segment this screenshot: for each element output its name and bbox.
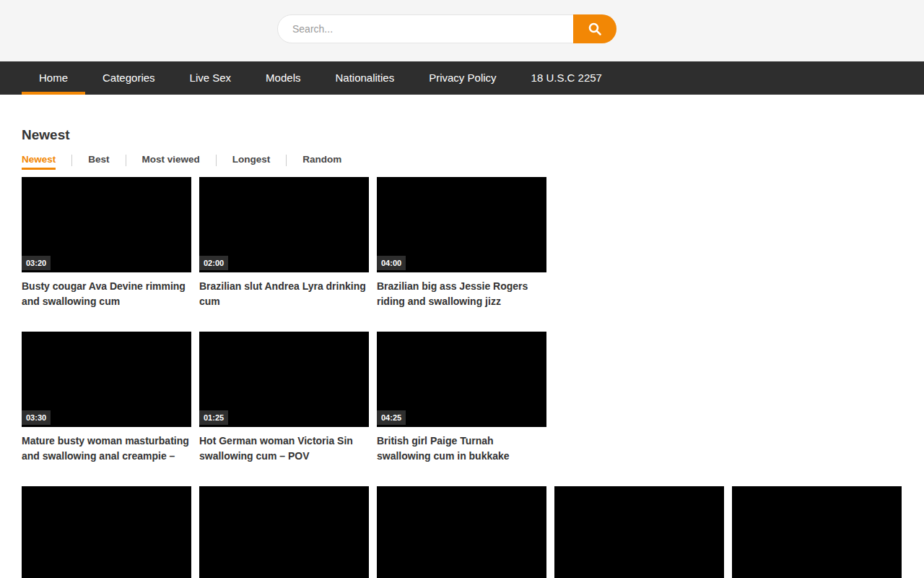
video-thumbnail[interactable]: 03:20: [22, 177, 191, 272]
video-title[interactable]: British girl Paige Turnah swallowing cum…: [377, 434, 546, 464]
nav-list: Home Categories Live Sex Models National…: [22, 61, 924, 95]
video-thumbnail[interactable]: 02:00: [199, 177, 369, 272]
video-thumbnail[interactable]: [732, 486, 902, 578]
duration-badge: 01:25: [199, 410, 228, 425]
duration-badge: 03:20: [22, 256, 51, 270]
main-navigation: Home Categories Live Sex Models National…: [0, 61, 924, 95]
video-thumbnail[interactable]: 01:25: [199, 332, 369, 427]
magnifier-icon: [587, 21, 603, 37]
nav-item-live-sex[interactable]: Live Sex: [173, 61, 249, 95]
video-card: 02:00 Brazilian slut Andrea Lyra drinkin…: [199, 177, 369, 309]
video-title[interactable]: Mature busty woman masturbating and swal…: [22, 434, 191, 464]
video-thumbnail[interactable]: 04:25: [377, 332, 546, 427]
page-title: Newest: [22, 127, 902, 143]
video-title[interactable]: Hot German woman Victoria Sin swallowing…: [199, 434, 369, 464]
video-card: 04:00 Brazilian big ass Jessie Rogers ri…: [377, 177, 546, 309]
video-grid-row: 03:30 Mature busty woman masturbating an…: [22, 332, 902, 464]
video-card: [377, 486, 546, 578]
video-card: 03:30 Mature busty woman masturbating an…: [22, 332, 191, 464]
duration-badge: 03:30: [22, 410, 51, 425]
sort-tabs: Newest Best Most viewed Longest Random: [22, 154, 902, 170]
tab-divider: [216, 155, 217, 166]
video-thumbnail[interactable]: [22, 486, 191, 578]
video-thumbnail[interactable]: [554, 486, 724, 578]
tab-newest[interactable]: Newest: [22, 154, 56, 170]
video-title[interactable]: Busty cougar Ava Devine rimming and swal…: [22, 279, 191, 309]
video-card: [199, 486, 369, 578]
duration-badge: 04:25: [377, 410, 406, 425]
video-grid-row: [22, 486, 902, 578]
top-header: [0, 0, 924, 61]
search-input[interactable]: [277, 14, 616, 43]
tab-divider: [126, 155, 126, 166]
video-card: [22, 486, 191, 578]
nav-item-nationalities[interactable]: Nationalities: [318, 61, 411, 95]
tab-best[interactable]: Best: [88, 154, 109, 170]
duration-badge: 04:00: [377, 256, 406, 270]
tab-longest[interactable]: Longest: [232, 154, 271, 170]
video-card: [732, 486, 902, 578]
video-thumbnail[interactable]: 04:00: [377, 177, 546, 272]
main-content: Newest Newest Best Most viewed Longest R…: [22, 127, 902, 578]
video-card: 04:25 British girl Paige Turnah swallowi…: [377, 332, 546, 464]
video-grid-row: 03:20 Busty cougar Ava Devine rimming an…: [22, 177, 902, 309]
nav-item-18-usc-2257[interactable]: 18 U.S.C 2257: [514, 61, 619, 95]
video-thumbnail[interactable]: [199, 486, 369, 578]
search-button[interactable]: [573, 14, 616, 43]
video-card: [554, 486, 724, 578]
tab-most-viewed[interactable]: Most viewed: [142, 154, 200, 170]
tab-divider: [71, 155, 72, 166]
video-card: 01:25 Hot German woman Victoria Sin swal…: [199, 332, 369, 464]
video-thumbnail[interactable]: [377, 486, 546, 578]
video-card: 03:20 Busty cougar Ava Devine rimming an…: [22, 177, 191, 309]
video-title[interactable]: Brazilian slut Andrea Lyra drinking cum: [199, 279, 369, 309]
nav-item-privacy-policy[interactable]: Privacy Policy: [411, 61, 513, 95]
nav-item-home[interactable]: Home: [22, 61, 85, 95]
video-thumbnail[interactable]: 03:30: [22, 332, 191, 427]
video-title[interactable]: Brazilian big ass Jessie Rogers riding a…: [377, 279, 546, 309]
duration-badge: 02:00: [199, 256, 228, 270]
tab-divider: [286, 155, 287, 166]
tab-random[interactable]: Random: [302, 154, 341, 170]
nav-item-models[interactable]: Models: [248, 61, 318, 95]
nav-item-categories[interactable]: Categories: [85, 61, 173, 95]
search-bar: [277, 14, 616, 43]
